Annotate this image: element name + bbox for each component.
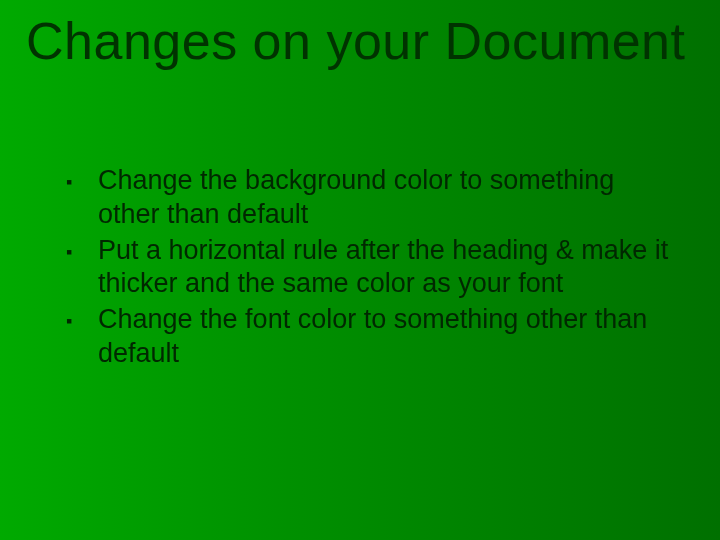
bullet-icon: ▪ [66,310,72,333]
bullet-icon: ▪ [66,171,72,194]
bullet-icon: ▪ [66,241,72,264]
list-item: ▪ Change the background color to somethi… [66,164,680,232]
list-item-text: Put a horizontal rule after the heading … [98,235,668,299]
list-item: ▪ Put a horizontal rule after the headin… [66,234,680,302]
slide-content: ▪ Change the background color to somethi… [66,164,680,373]
list-item-text: Change the font color to something other… [98,304,647,368]
slide: Changes on your Document ▪ Change the ba… [0,0,720,540]
list-item-text: Change the background color to something… [98,165,614,229]
slide-title: Changes on your Document [26,14,686,69]
list-item: ▪ Change the font color to something oth… [66,303,680,371]
